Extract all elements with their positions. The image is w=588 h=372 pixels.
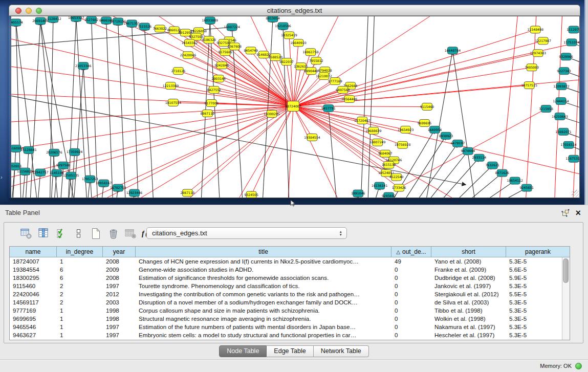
graph-node[interactable]: 9175685 bbox=[218, 49, 232, 56]
graph-edge[interactable] bbox=[464, 181, 515, 198]
graph-node[interactable]: 1112075 bbox=[567, 26, 579, 33]
graph-node[interactable]: 7632621 bbox=[486, 162, 500, 169]
graph-node[interactable]: 1640954 bbox=[428, 126, 442, 133]
graph-node[interactable]: 10654112 bbox=[507, 177, 524, 184]
graph-node[interactable]: 3215958 bbox=[539, 105, 553, 113]
graph-edge[interactable] bbox=[367, 16, 375, 198]
tab-edge-table[interactable]: Edge Table bbox=[267, 345, 313, 357]
graph-node[interactable]: 7955812 bbox=[309, 57, 323, 64]
column-header-pagerank[interactable]: pagerank bbox=[506, 247, 570, 257]
scrollbar-thumb[interactable] bbox=[563, 258, 569, 283]
graph-node[interactable]: 8990448 bbox=[304, 68, 318, 75]
panel-collapse-arrow-icon[interactable]: › bbox=[1, 174, 3, 180]
graph-node[interactable]: 12942757 bbox=[32, 169, 49, 176]
table-row[interactable]: 1872400712008Changes of HCN gene express… bbox=[10, 257, 562, 266]
graph-node[interactable]: 1891046 bbox=[351, 190, 365, 197]
graph-node[interactable]: 12093872 bbox=[553, 83, 570, 90]
graph-node[interactable]: 9684067 bbox=[378, 150, 393, 157]
graph-edge[interactable] bbox=[11, 32, 293, 106]
graph-node[interactable]: 8427552 bbox=[207, 86, 222, 94]
column-header-name[interactable]: name bbox=[10, 247, 57, 257]
graph-node[interactable]: 12923446 bbox=[126, 189, 143, 196]
graph-node[interactable]: 8471626 bbox=[495, 169, 510, 177]
table-settings-icon[interactable] bbox=[19, 227, 33, 240]
graph-node[interactable]: 8186328 bbox=[202, 36, 216, 43]
column-header-out_de[interactable]: △out_de... bbox=[391, 247, 431, 257]
graph-node[interactable]: 9227343 bbox=[557, 68, 571, 75]
graph-node[interactable]: 9474444 bbox=[461, 147, 475, 155]
graph-node[interactable]: 15720407 bbox=[354, 117, 371, 124]
graph-edge[interactable] bbox=[187, 106, 293, 193]
graph-node[interactable]: 17359924 bbox=[67, 148, 83, 156]
graph-edge[interactable] bbox=[118, 21, 126, 198]
graph-node[interactable]: 9699695 bbox=[418, 119, 432, 126]
table-row[interactable]: 911546021997Tourette syndrome. Phenomeno… bbox=[10, 282, 562, 290]
table-row[interactable]: 946554611997Estimation of the future num… bbox=[10, 323, 562, 331]
graph-node[interactable]: 4522540 bbox=[389, 173, 404, 181]
delete-table-icon[interactable] bbox=[106, 227, 120, 240]
graph-node[interactable]: 10653327 bbox=[68, 16, 84, 21]
graph-node[interactable]: 1733426 bbox=[392, 184, 406, 191]
graph-edge[interactable] bbox=[132, 24, 139, 198]
network-window-titlebar[interactable]: citations_edges.txt bbox=[9, 5, 580, 16]
graph-edge[interactable] bbox=[451, 173, 502, 198]
memory-status-indicator-icon[interactable] bbox=[575, 363, 582, 369]
graph-node[interactable]: 18300295 bbox=[264, 110, 280, 117]
graph-edge[interactable] bbox=[106, 20, 114, 198]
graph-edge[interactable] bbox=[251, 106, 293, 195]
graph-node[interactable]: 1527602 bbox=[84, 16, 99, 24]
graph-edge[interactable] bbox=[289, 35, 293, 106]
column-header-short[interactable]: short bbox=[431, 247, 506, 257]
graph-node[interactable]: 12444154 bbox=[553, 98, 569, 105]
graph-node[interactable]: 9245692 bbox=[382, 192, 396, 198]
graph-edge[interactable] bbox=[196, 37, 293, 106]
graph-node[interactable]: 16961758 bbox=[302, 49, 319, 56]
graph-node[interactable]: 8822037 bbox=[279, 58, 294, 65]
graph-node[interactable]: 19756928 bbox=[395, 141, 411, 148]
graph-node[interactable]: 16033809 bbox=[202, 17, 219, 24]
graph-node[interactable]: 2405574 bbox=[11, 19, 23, 26]
graph-node[interactable]: 9245651 bbox=[519, 184, 534, 191]
graph-node[interactable]: 9329966 bbox=[559, 53, 573, 60]
graph-edge[interactable] bbox=[475, 188, 527, 198]
graph-node[interactable]: 10688639 bbox=[365, 127, 382, 134]
graph-edge[interactable] bbox=[293, 52, 311, 106]
graph-node[interactable]: 21053346 bbox=[75, 62, 92, 70]
graph-edge[interactable] bbox=[293, 41, 543, 106]
table-row[interactable]: 1456911722003Disruption of a novel membe… bbox=[10, 298, 562, 307]
graph-node[interactable]: 16136141 bbox=[372, 182, 388, 189]
graph-node[interactable]: 8813054 bbox=[266, 16, 280, 22]
graph-node[interactable]: 11675312 bbox=[565, 155, 579, 162]
graph-node[interactable]: 12974383 bbox=[530, 50, 546, 57]
graph-node[interactable]: 8867110 bbox=[201, 110, 215, 117]
graph-edge[interactable] bbox=[164, 106, 293, 198]
graph-node[interactable]: 18724007 bbox=[285, 101, 301, 112]
graph-node[interactable]: 9177008 bbox=[205, 100, 219, 107]
graph-node[interactable]: 9777169 bbox=[328, 78, 342, 85]
graph-edge[interactable] bbox=[11, 62, 293, 106]
graph-node[interactable]: 12217987 bbox=[535, 37, 551, 45]
graph-node[interactable]: 16648784 bbox=[445, 47, 461, 54]
graph-node[interactable]: 7663822 bbox=[153, 25, 167, 32]
graph-node[interactable]: 2803144 bbox=[212, 75, 226, 82]
column-header-in_degree[interactable]: in_degree bbox=[57, 247, 103, 257]
tab-node-table[interactable]: Node Table bbox=[219, 345, 267, 357]
graph-node[interactable]: 9297588 bbox=[56, 162, 71, 169]
graph-node[interactable]: 15887224 bbox=[224, 24, 241, 31]
table-selector-dropdown[interactable]: citations_edges.txt ▲▼ bbox=[146, 227, 347, 239]
column-header-title[interactable]: title bbox=[136, 247, 391, 257]
graph-edge[interactable] bbox=[293, 106, 427, 107]
graph-node[interactable]: 18107554 bbox=[165, 99, 182, 106]
graph-node[interactable]: 1145194 bbox=[50, 169, 64, 177]
graph-node[interactable]: 7515526 bbox=[138, 23, 152, 30]
table-row[interactable]: 1830029562008Estimation of significance … bbox=[10, 274, 562, 282]
table-row[interactable]: 977716911998Corpus callosum shape and si… bbox=[10, 307, 562, 315]
table-row[interactable]: 969969511998Structural magnetic resonanc… bbox=[10, 315, 562, 323]
graph-node[interactable]: 19384554 bbox=[304, 134, 320, 141]
graph-node[interactable]: 16640910 bbox=[290, 39, 307, 47]
graph-node[interactable]: 9242848 bbox=[215, 62, 229, 69]
close-panel-icon[interactable]: × bbox=[575, 209, 581, 217]
graph-edge[interactable] bbox=[21, 171, 25, 198]
select-all-rows-icon[interactable] bbox=[54, 227, 68, 240]
graph-node[interactable]: 9324505 bbox=[244, 191, 258, 198]
